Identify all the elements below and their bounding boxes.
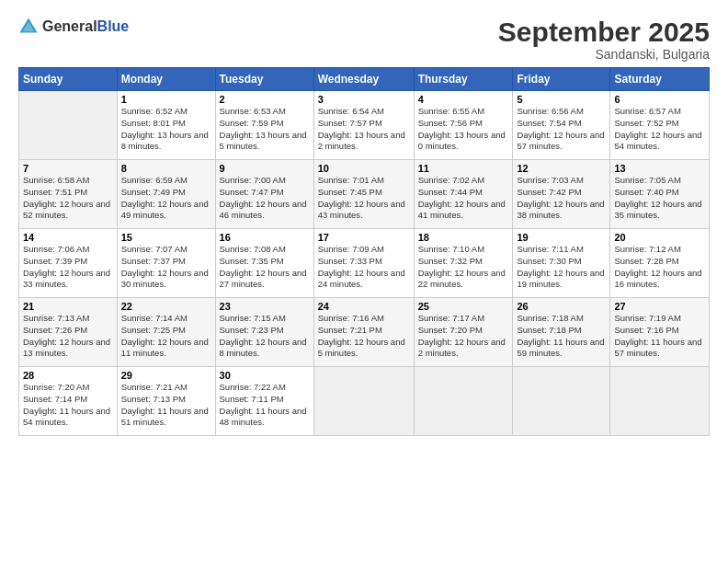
day-info: Sunrise: 7:18 AM Sunset: 7:18 PM Dayligh… (517, 313, 606, 360)
calendar-cell: 8Sunrise: 6:59 AM Sunset: 7:49 PM Daylig… (117, 160, 215, 229)
day-info: Sunrise: 6:53 AM Sunset: 7:59 PM Dayligh… (220, 106, 310, 153)
calendar-cell: 10Sunrise: 7:01 AM Sunset: 7:45 PM Dayli… (313, 160, 414, 229)
day-info: Sunrise: 7:01 AM Sunset: 7:45 PM Dayligh… (318, 175, 410, 222)
day-number: 27 (614, 301, 705, 312)
day-info: Sunrise: 7:07 AM Sunset: 7:37 PM Dayligh… (121, 244, 211, 291)
calendar-cell: 5Sunrise: 6:56 AM Sunset: 7:54 PM Daylig… (513, 91, 610, 160)
day-info: Sunrise: 6:54 AM Sunset: 7:57 PM Dayligh… (318, 106, 410, 153)
calendar-cell: 30Sunrise: 7:22 AM Sunset: 7:11 PM Dayli… (215, 367, 313, 436)
day-info: Sunrise: 6:59 AM Sunset: 7:49 PM Dayligh… (121, 175, 211, 222)
day-number: 19 (517, 232, 606, 243)
day-info: Sunrise: 7:11 AM Sunset: 7:30 PM Dayligh… (517, 244, 606, 291)
day-number: 16 (220, 232, 310, 243)
logo-blue: Blue (97, 18, 130, 34)
calendar-cell: 1Sunrise: 6:52 AM Sunset: 8:01 PM Daylig… (117, 91, 215, 160)
calendar-cell: 27Sunrise: 7:19 AM Sunset: 7:16 PM Dayli… (610, 298, 710, 367)
day-info: Sunrise: 7:05 AM Sunset: 7:40 PM Dayligh… (614, 175, 705, 222)
day-number: 1 (121, 94, 211, 105)
calendar-week-1: 7Sunrise: 6:58 AM Sunset: 7:51 PM Daylig… (19, 160, 710, 229)
calendar-cell (19, 91, 118, 160)
calendar-week-4: 28Sunrise: 7:20 AM Sunset: 7:14 PM Dayli… (19, 367, 710, 436)
day-info: Sunrise: 6:57 AM Sunset: 7:52 PM Dayligh… (614, 106, 705, 153)
day-number: 5 (517, 94, 606, 105)
day-info: Sunrise: 7:06 AM Sunset: 7:39 PM Dayligh… (23, 244, 113, 291)
day-info: Sunrise: 7:20 AM Sunset: 7:14 PM Dayligh… (23, 382, 113, 429)
day-info: Sunrise: 7:10 AM Sunset: 7:32 PM Dayligh… (418, 244, 509, 291)
day-number: 10 (318, 163, 410, 174)
calendar-cell: 20Sunrise: 7:12 AM Sunset: 7:28 PM Dayli… (610, 229, 710, 298)
logo-text: GeneralBlue (42, 18, 129, 35)
day-info: Sunrise: 7:02 AM Sunset: 7:44 PM Dayligh… (418, 175, 509, 222)
calendar-cell: 6Sunrise: 6:57 AM Sunset: 7:52 PM Daylig… (610, 91, 710, 160)
col-sunday: Sunday (19, 68, 118, 91)
day-number: 14 (23, 232, 113, 243)
col-friday: Friday (513, 68, 610, 91)
calendar-cell (414, 367, 513, 436)
day-info: Sunrise: 7:08 AM Sunset: 7:35 PM Dayligh… (220, 244, 310, 291)
logo: GeneralBlue (18, 17, 129, 37)
col-thursday: Thursday (414, 68, 513, 91)
day-number: 20 (614, 232, 705, 243)
calendar-cell: 28Sunrise: 7:20 AM Sunset: 7:14 PM Dayli… (19, 367, 118, 436)
day-info: Sunrise: 6:56 AM Sunset: 7:54 PM Dayligh… (517, 106, 606, 153)
calendar-week-2: 14Sunrise: 7:06 AM Sunset: 7:39 PM Dayli… (19, 229, 710, 298)
calendar-cell (313, 367, 414, 436)
day-info: Sunrise: 7:14 AM Sunset: 7:25 PM Dayligh… (121, 313, 211, 360)
calendar-cell: 15Sunrise: 7:07 AM Sunset: 7:37 PM Dayli… (117, 229, 215, 298)
calendar-cell: 4Sunrise: 6:55 AM Sunset: 7:56 PM Daylig… (414, 91, 513, 160)
day-number: 7 (23, 163, 113, 174)
calendar-cell: 3Sunrise: 6:54 AM Sunset: 7:57 PM Daylig… (313, 91, 414, 160)
day-number: 15 (121, 232, 211, 243)
col-wednesday: Wednesday (313, 68, 414, 91)
day-number: 12 (517, 163, 606, 174)
logo-general: General (42, 18, 97, 34)
calendar-cell (513, 367, 610, 436)
day-info: Sunrise: 7:22 AM Sunset: 7:11 PM Dayligh… (220, 382, 310, 429)
calendar-cell: 16Sunrise: 7:08 AM Sunset: 7:35 PM Dayli… (215, 229, 313, 298)
calendar-cell: 25Sunrise: 7:17 AM Sunset: 7:20 PM Dayli… (414, 298, 513, 367)
day-number: 18 (418, 232, 509, 243)
day-info: Sunrise: 6:58 AM Sunset: 7:51 PM Dayligh… (23, 175, 113, 222)
main-title: September 2025 (498, 17, 710, 47)
header: GeneralBlue September 2025 Sandanski, Bu… (18, 17, 710, 62)
calendar-cell: 18Sunrise: 7:10 AM Sunset: 7:32 PM Dayli… (414, 229, 513, 298)
day-number: 26 (517, 301, 606, 312)
day-info: Sunrise: 7:15 AM Sunset: 7:23 PM Dayligh… (220, 313, 310, 360)
day-number: 13 (614, 163, 705, 174)
calendar-cell: 19Sunrise: 7:11 AM Sunset: 7:30 PM Dayli… (513, 229, 610, 298)
col-tuesday: Tuesday (215, 68, 313, 91)
day-info: Sunrise: 6:52 AM Sunset: 8:01 PM Dayligh… (121, 106, 211, 153)
day-number: 23 (220, 301, 310, 312)
header-row: Sunday Monday Tuesday Wednesday Thursday… (19, 68, 710, 91)
calendar-table: Sunday Monday Tuesday Wednesday Thursday… (18, 67, 710, 436)
day-number: 30 (220, 370, 310, 381)
day-number: 8 (121, 163, 211, 174)
day-number: 9 (220, 163, 310, 174)
calendar-week-3: 21Sunrise: 7:13 AM Sunset: 7:26 PM Dayli… (19, 298, 710, 367)
calendar-cell: 24Sunrise: 7:16 AM Sunset: 7:21 PM Dayli… (313, 298, 414, 367)
day-info: Sunrise: 7:16 AM Sunset: 7:21 PM Dayligh… (318, 313, 410, 360)
day-number: 22 (121, 301, 211, 312)
title-block: September 2025 Sandanski, Bulgaria (498, 17, 710, 62)
subtitle: Sandanski, Bulgaria (498, 47, 710, 62)
day-info: Sunrise: 7:17 AM Sunset: 7:20 PM Dayligh… (418, 313, 509, 360)
day-info: Sunrise: 7:21 AM Sunset: 7:13 PM Dayligh… (121, 382, 211, 429)
day-number: 6 (614, 94, 705, 105)
calendar-cell: 11Sunrise: 7:02 AM Sunset: 7:44 PM Dayli… (414, 160, 513, 229)
day-number: 21 (23, 301, 113, 312)
day-info: Sunrise: 6:55 AM Sunset: 7:56 PM Dayligh… (418, 106, 509, 153)
calendar-cell: 29Sunrise: 7:21 AM Sunset: 7:13 PM Dayli… (117, 367, 215, 436)
calendar-cell: 23Sunrise: 7:15 AM Sunset: 7:23 PM Dayli… (215, 298, 313, 367)
day-info: Sunrise: 7:09 AM Sunset: 7:33 PM Dayligh… (318, 244, 410, 291)
calendar-week-0: 1Sunrise: 6:52 AM Sunset: 8:01 PM Daylig… (19, 91, 710, 160)
day-number: 29 (121, 370, 211, 381)
day-info: Sunrise: 7:00 AM Sunset: 7:47 PM Dayligh… (220, 175, 310, 222)
logo-icon (18, 17, 39, 37)
day-info: Sunrise: 7:03 AM Sunset: 7:42 PM Dayligh… (517, 175, 606, 222)
day-number: 25 (418, 301, 509, 312)
calendar-cell (610, 367, 710, 436)
day-number: 3 (318, 94, 410, 105)
day-info: Sunrise: 7:13 AM Sunset: 7:26 PM Dayligh… (23, 313, 113, 360)
day-number: 24 (318, 301, 410, 312)
calendar-cell: 17Sunrise: 7:09 AM Sunset: 7:33 PM Dayli… (313, 229, 414, 298)
